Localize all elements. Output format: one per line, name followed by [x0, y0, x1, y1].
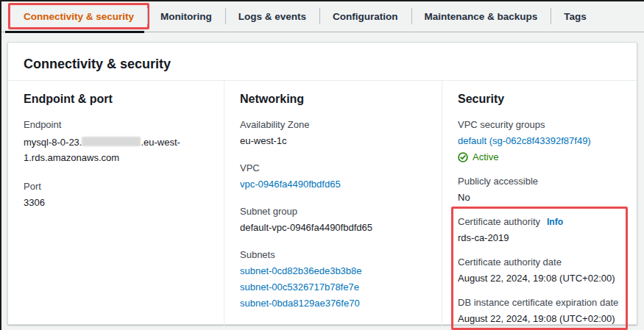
card-header: Connectivity & security	[8, 43, 637, 81]
tab-tags[interactable]: Tags	[551, 1, 600, 32]
tab-monitoring[interactable]: Monitoring	[147, 1, 225, 32]
field-subnets: Subnets subnet-0cd82b36ede3b3b8e subnet-…	[240, 248, 425, 309]
section-title: Endpoint & port	[24, 93, 208, 106]
field-vpc-security-groups: VPC security groups default (sg-062c8f43…	[458, 118, 620, 163]
ca-date-label: Certificate authority date	[458, 256, 620, 268]
expiry-value: August 22, 2024, 19:08 (UTC+02:00)	[458, 312, 620, 325]
publicly-accessible-label: Publicly accessible	[458, 175, 620, 187]
publicly-accessible-value: No	[458, 191, 620, 204]
section-security: Security VPC security groups default (sg…	[442, 81, 637, 326]
endpoint-label: Endpoint	[24, 118, 208, 131]
rds-connectivity-security-screen: Connectivity & security Monitoring Logs …	[0, 0, 644, 330]
tab-configuration[interactable]: Configuration	[319, 1, 411, 32]
port-label: Port	[24, 180, 208, 193]
check-circle-icon	[458, 152, 468, 162]
detail-tabs: Connectivity & security Monitoring Logs …	[1, 1, 644, 32]
ca-label: Certificate authority	[458, 215, 540, 228]
az-label: Availability Zone	[240, 118, 425, 131]
endpoint-prefix: mysql-8-0-23.	[24, 137, 82, 148]
subnet-link[interactable]: subnet-0cd82b36ede3b3b8e	[240, 265, 425, 277]
tab-label: Tags	[564, 11, 587, 22]
field-endpoint: Endpoint mysql-8-0-23..eu-west-1.rds.ama…	[24, 118, 208, 165]
expiry-label: DB instance certificate expiration date	[458, 296, 620, 309]
field-certificate-authority: Certificate authority Info rds-ca-2019	[458, 215, 620, 244]
ca-date-value: August 22, 2024, 19:08 (UTC+02:00)	[458, 272, 620, 284]
tab-label: Connectivity & security	[24, 11, 134, 22]
status-badge: Active	[473, 151, 498, 163]
tab-label: Monitoring	[160, 11, 212, 22]
vpc-sg-label: VPC security groups	[458, 118, 620, 131]
subnet-group-value: default-vpc-0946fa4490fbdfd65	[240, 221, 425, 234]
endpoint-value: mysql-8-0-23..eu-west-1.rds.amazonaws.co…	[24, 134, 208, 165]
card-body: Endpoint & port Endpoint mysql-8-0-23..e…	[8, 81, 637, 326]
field-subnet-group: Subnet group default-vpc-0946fa4490fbdfd…	[240, 205, 425, 234]
field-vpc: VPC vpc-0946fa4490fbdfd65	[240, 162, 425, 190]
tab-label: Logs & events	[238, 11, 306, 22]
section-endpoint-port: Endpoint & port Endpoint mysql-8-0-23..e…	[8, 81, 224, 326]
field-port: Port 3306	[24, 180, 208, 209]
subnets-label: Subnets	[240, 248, 425, 261]
tab-logs-events[interactable]: Logs & events	[225, 1, 319, 32]
field-availability-zone: Availability Zone eu-west-1c	[240, 118, 425, 147]
tab-label: Maintenance & backups	[425, 11, 538, 22]
tab-connectivity-security[interactable]: Connectivity & security	[10, 1, 147, 32]
tab-label: Configuration	[333, 11, 397, 22]
port-value: 3306	[24, 196, 208, 209]
field-publicly-accessible: Publicly accessible No	[458, 175, 620, 204]
tab-maintenance-backups[interactable]: Maintenance & backups	[411, 1, 551, 32]
security-group-link[interactable]: default (sg-062c8f43392f87f49)	[458, 135, 591, 146]
field-ca-date: Certificate authority date August 22, 20…	[458, 256, 620, 284]
sg-status: Active	[458, 151, 620, 163]
subnet-group-label: Subnet group	[240, 205, 425, 218]
connectivity-security-card: Connectivity & security Endpoint & port …	[7, 42, 637, 325]
certificate-group: Certificate authority Info rds-ca-2019 C…	[458, 215, 620, 325]
az-value: eu-west-1c	[240, 134, 425, 147]
vpc-link[interactable]: vpc-0946fa4490fbdfd65	[240, 179, 341, 190]
field-cert-expiration: DB instance certificate expiration date …	[458, 296, 620, 325]
vpc-label: VPC	[240, 162, 425, 174]
subnet-link[interactable]: subnet-0bda8129ae376fe70	[240, 297, 425, 309]
page-title: Connectivity & security	[24, 57, 622, 72]
section-title: Networking	[240, 93, 425, 106]
redacted-blur	[82, 137, 141, 146]
section-networking: Networking Availability Zone eu-west-1c …	[224, 81, 442, 326]
subnet-link[interactable]: subnet-00c5326717b78fe7e	[240, 281, 425, 293]
section-title: Security	[458, 93, 620, 106]
info-link[interactable]: Info	[547, 217, 563, 227]
ca-value: rds-ca-2019	[458, 232, 620, 244]
